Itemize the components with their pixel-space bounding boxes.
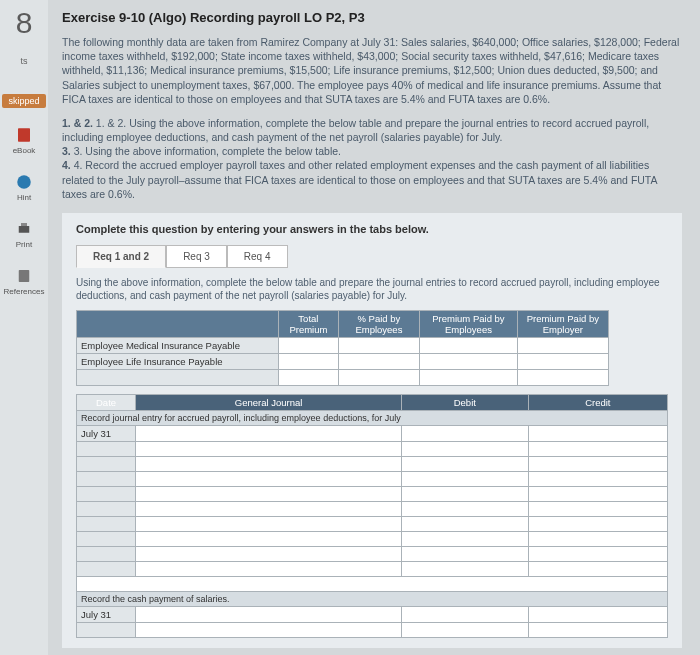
input-cell[interactable] [136,471,402,486]
input-cell[interactable] [420,369,518,385]
premium-th-by-employer: Premium Paid by Employer [517,310,608,337]
step-3-text: 3. Using the above information, complete… [74,145,341,157]
input-cell[interactable] [528,441,667,456]
print-icon [15,220,33,238]
step-1-2-text: 1. & 2. Using the above information, com… [62,117,649,143]
ebook-button[interactable]: eBook [13,126,36,155]
table-row [77,369,609,385]
input-cell[interactable] [402,606,529,622]
hint-button[interactable]: Hint [15,173,33,202]
tab-req-1-2[interactable]: Req 1 and 2 [76,245,166,268]
table-row: July 31 [77,606,668,622]
journal-th-debit: Debit [402,394,529,410]
input-cell[interactable] [402,425,529,441]
input-cell[interactable] [279,369,339,385]
input-cell[interactable] [136,456,402,471]
input-cell[interactable] [338,369,419,385]
intro-paragraph: The following monthly data are taken fro… [62,35,682,106]
table-row [77,486,668,501]
entry-label-1: Record journal entry for accrued payroll… [77,410,668,425]
table-row [77,622,668,637]
input-cell[interactable] [420,353,518,369]
input-cell[interactable] [279,353,339,369]
print-button[interactable]: Print [15,220,33,249]
date-cell [77,516,136,531]
input-cell[interactable] [136,606,402,622]
input-cell[interactable] [136,531,402,546]
input-cell[interactable] [402,546,529,561]
input-cell[interactable] [402,501,529,516]
input-cell[interactable] [528,471,667,486]
table-row [77,516,668,531]
question-number: 8 [16,8,33,38]
input-cell[interactable] [402,456,529,471]
journal-table: Date General Journal Debit Credit Record… [76,394,668,638]
step-4-text: 4. Record the accrued employer payroll t… [62,159,657,199]
input-cell[interactable] [517,369,608,385]
input-cell[interactable] [528,546,667,561]
premium-table: Total Premium % Paid by Employees Premiu… [76,310,609,386]
input-cell[interactable] [528,516,667,531]
table-row: Employee Life Insurance Payable [77,353,609,369]
step-1-2: 1. & 2. 1. & 2. Using the above informat… [62,116,682,144]
input-cell[interactable] [528,531,667,546]
references-button[interactable]: References [4,267,45,296]
tab-instruction: Using the above information, complete th… [76,276,668,302]
tab-req-3[interactable]: Req 3 [166,245,227,268]
tab-req-4[interactable]: Req 4 [227,245,288,268]
input-cell[interactable] [338,337,419,353]
journal-th-credit: Credit [528,394,667,410]
table-row [77,441,668,456]
points-label: ts [20,56,27,66]
input-cell[interactable] [528,622,667,637]
input-cell[interactable] [136,622,402,637]
input-cell[interactable] [528,456,667,471]
premium-th-by-emp: Premium Paid by Employees [420,310,518,337]
input-cell[interactable] [402,471,529,486]
step-4: 4. 4. Record the accrued employer payrol… [62,158,682,201]
tabs-container: Req 1 and 2 Req 3 Req 4 [76,245,668,268]
input-cell[interactable] [402,516,529,531]
input-cell[interactable] [338,353,419,369]
input-cell[interactable] [402,561,529,576]
input-cell[interactable] [136,561,402,576]
input-cell[interactable] [136,441,402,456]
input-cell[interactable] [528,425,667,441]
table-row [77,546,668,561]
table-row: Employee Medical Insurance Payable [77,337,609,353]
input-cell[interactable] [136,486,402,501]
date-cell [77,471,136,486]
input-cell[interactable] [402,486,529,501]
premium-th-total: Total Premium [279,310,339,337]
svg-rect-4 [19,270,30,282]
input-cell[interactable] [402,531,529,546]
input-cell[interactable] [528,561,667,576]
input-cell[interactable] [136,516,402,531]
input-cell[interactable] [136,546,402,561]
date-cell [77,486,136,501]
hint-icon [15,173,33,191]
exercise-title: Exercise 9-10 (Algo) Recording payroll L… [62,10,682,25]
table-row [77,456,668,471]
journal-th-date: Date [77,394,136,410]
answer-area: Complete this question by entering your … [62,213,682,648]
date-cell [77,441,136,456]
input-cell[interactable] [136,501,402,516]
book-icon [15,126,33,144]
input-cell[interactable] [528,501,667,516]
date-cell-2: July 31 [77,606,136,622]
input-cell[interactable] [279,337,339,353]
input-cell[interactable] [402,622,529,637]
input-cell[interactable] [402,441,529,456]
table-row [77,531,668,546]
references-icon [15,267,33,285]
input-cell[interactable] [136,425,402,441]
print-label: Print [16,240,32,249]
input-cell[interactable] [528,606,667,622]
input-cell[interactable] [517,353,608,369]
step-3: 3. 3. Using the above information, compl… [62,144,682,158]
input-cell[interactable] [420,337,518,353]
input-cell[interactable] [517,337,608,353]
input-cell[interactable] [528,486,667,501]
table-row [77,561,668,576]
